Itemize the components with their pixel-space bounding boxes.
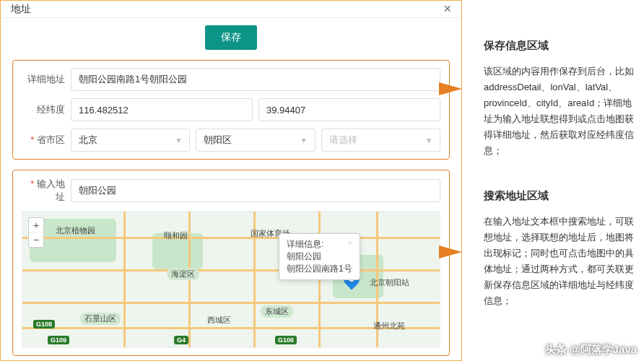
arrow-icon [439,245,462,258]
search-address-input[interactable] [71,179,440,202]
search-address-section: 输入地址 [12,170,450,356]
close-icon[interactable]: × [443,1,451,17]
map-label-tongzhou: 通州北苑 [369,320,409,332]
detail-address-label: 详细地址 [22,73,65,86]
annotation-search-body: 在输入地址文本框中搜索地址，可联想地址，选择联想的地址后，地图将出现标记；同时也… [484,214,635,310]
map-label-dongcheng: 东城区 [261,305,293,318]
area-select[interactable]: 请选择 ▼ [321,129,440,152]
longitude-input[interactable] [71,98,253,121]
city-value: 朝阳区 [204,134,232,147]
map-label-xicheng: 西城区 [203,314,235,326]
chevron-down-icon: ▼ [175,136,182,144]
popup-line2: 朝阳公园南路1号 [287,263,352,275]
annotation-save-body: 该区域的内容用作保存到后台，比如addressDetail、lonVal、lat… [484,64,635,160]
area-placeholder: 请选择 [329,134,357,147]
annotation-save-info: 保存信息区域 该区域的内容用作保存到后台，比如addressDetail、lon… [484,36,635,159]
map-label-botanical: 北京植物园 [51,225,100,237]
zoom-in-button[interactable]: + [29,218,43,232]
latitude-input[interactable] [258,98,440,121]
modal-header: 地址 × [1,1,461,18]
chevron-down-icon: ▼ [425,136,432,144]
detail-address-input[interactable] [71,68,440,91]
save-info-section: 详细地址 经纬度 省市区 北京 ▼ [12,60,450,160]
highway-g108: G108 [33,320,55,329]
highway-g4: G4 [174,336,188,344]
annotation-save-title: 保存信息区域 [484,36,635,55]
modal-body: 保存 详细地址 经纬度 省市区 [1,18,461,360]
chevron-down-icon: ▼ [300,136,308,144]
watermark-text: 头条 @阿落学Java [545,343,637,357]
address-modal: 地址 × 保存 详细地址 经纬度 省市区 [0,0,462,361]
annotation-search-title: 搜索地址区域 [484,186,635,205]
region-label: 省市区 [22,134,65,147]
highway-g106: G106 [275,336,297,344]
map-label-chaoyang-station: 北京朝阳站 [365,277,414,289]
annotation-search: 搜索地址区域 在输入地址文本框中搜索地址，可联想地址，选择联想的地址后，地图将出… [484,186,635,309]
modal-title: 地址 [11,3,31,16]
map-zoom-control: + − [28,217,44,248]
highway-g109: G109 [48,336,69,344]
city-select[interactable]: 朝阳区 ▼ [196,129,315,152]
zoom-out-button[interactable]: − [29,232,43,247]
arrow-icon [439,82,462,95]
map-canvas[interactable]: + − 北京植物园 颐和园 国家体育场 海淀区 石景山区 西城区 东城区 北京朝… [22,211,440,348]
save-row: 保存 [12,25,450,50]
province-value: 北京 [79,134,97,147]
map-info-popup: × 详细信息: 朝阳公园 朝阳公园南路1号 [279,233,360,280]
popup-line1: 朝阳公园 [287,251,352,263]
annotations-panel: 保存信息区域 该区域的内容用作保存到后台，比如addressDetail、lon… [462,0,644,361]
map-label-yiheyuan: 颐和园 [160,230,192,242]
popup-title: 详细信息: [287,238,352,251]
latlon-label: 经纬度 [22,103,65,116]
map-label-shijingshan: 石景山区 [80,313,121,325]
save-button[interactable]: 保存 [205,25,257,50]
input-address-label: 输入地址 [22,178,65,204]
province-select[interactable]: 北京 ▼ [71,129,190,152]
popup-close-icon[interactable]: × [347,238,352,247]
map-label-haidian: 海淀区 [167,268,199,280]
